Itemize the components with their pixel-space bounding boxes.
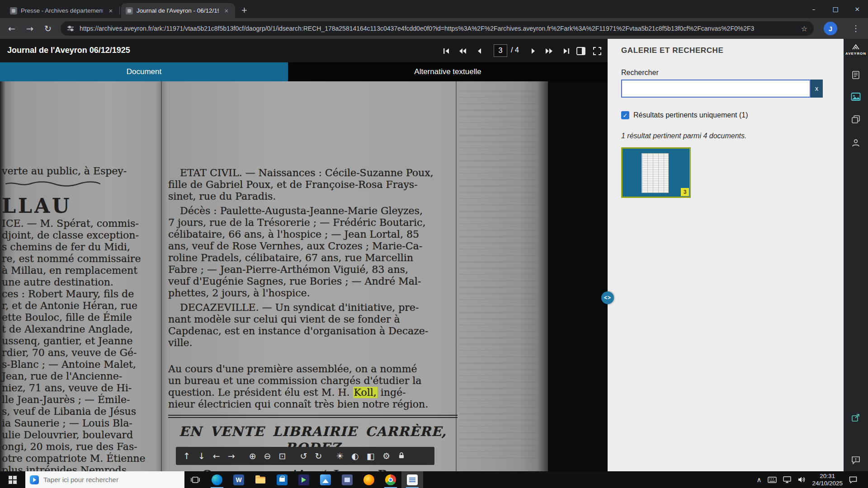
share-icon <box>851 413 860 422</box>
sidebar-gallery-button[interactable] <box>850 91 861 102</box>
edge-icon <box>212 474 222 485</box>
task-view-icon <box>191 475 200 484</box>
contrast-icon[interactable]: ◐ <box>351 447 359 465</box>
zoom-out-icon[interactable]: ⊖ <box>264 447 271 465</box>
site-sidebar: AVEYRON <box>844 39 868 471</box>
tray-chevron-icon[interactable]: ∧ <box>756 476 761 484</box>
last-page-icon <box>563 47 570 55</box>
new-tab-button[interactable]: + <box>241 4 247 17</box>
pan-up-icon[interactable]: ↑ <box>183 447 190 465</box>
tab-alternative-label: Alternative textuelle <box>414 67 481 76</box>
search-input[interactable] <box>621 80 811 98</box>
side-panel-toggle-button[interactable] <box>575 45 587 57</box>
window-minimize-button[interactable]: – <box>803 0 825 18</box>
tab-document-label: Document <box>127 67 161 76</box>
browser-menu-icon[interactable]: ⋮ <box>852 23 860 33</box>
taskbar-search-input[interactable] <box>43 476 161 483</box>
result-summary: 1 résultat pertinent parmi 4 documents. <box>621 132 746 140</box>
browser-tab-presse[interactable]: Presse - Archives départementa × <box>5 3 119 18</box>
taskbar-edge-button[interactable] <box>206 471 228 488</box>
relevant-checkbox[interactable]: ✓ <box>621 111 629 119</box>
browser-toolbar: ← → ↻ https://archives.aveyron.fr/ark:/1… <box>0 18 868 39</box>
network-icon[interactable] <box>783 476 791 483</box>
fast-backward-button[interactable] <box>458 46 467 56</box>
zoom-in-icon[interactable]: ⊕ <box>249 447 256 465</box>
touch-keyboard-icon[interactable] <box>768 477 777 483</box>
fast-forward-button[interactable] <box>544 46 554 56</box>
panel-title: GALERIE ET RECHERCHE <box>621 46 723 55</box>
search-hit-highlight: Koll, <box>353 387 377 398</box>
start-button[interactable] <box>0 471 25 488</box>
taskbar-chrome-button[interactable] <box>380 471 401 488</box>
back-icon[interactable]: ← <box>8 23 15 33</box>
fullscreen-button[interactable] <box>591 45 603 57</box>
previous-page-button[interactable] <box>475 46 485 56</box>
taskbar-search-box[interactable] <box>25 471 184 488</box>
viewer-title: Journal de l'Aveyron 06/12/1925 <box>7 46 130 55</box>
profile-avatar[interactable]: J <box>824 22 837 35</box>
paper-paragraph-etat-civil: ETAT CIVIL. — Naissances : Cécile-Suzann… <box>168 167 458 202</box>
pan-down-icon[interactable]: ↓ <box>198 447 205 465</box>
notifications-icon[interactable] <box>849 476 857 483</box>
tab-document[interactable]: Document <box>0 62 288 81</box>
aveyron-logo: AVEYRON <box>844 43 868 56</box>
window-maximize-button[interactable]: □ <box>825 0 846 18</box>
taskbar-photos-button[interactable] <box>315 471 336 488</box>
tune-icon[interactable] <box>67 25 74 32</box>
taskbar-firefox-button[interactable] <box>358 471 380 488</box>
settings-icon[interactable]: ⚙ <box>382 447 390 465</box>
reload-icon[interactable]: ↻ <box>44 23 52 33</box>
pan-right-icon[interactable]: → <box>228 447 235 465</box>
taskbar-media-button[interactable] <box>293 471 315 488</box>
taskbar-generic-app-button[interactable] <box>336 471 358 488</box>
taskbar-clock[interactable]: 20:31 24/10/2025 <box>812 473 843 487</box>
aveyron-logo-icon <box>852 44 859 50</box>
taskbar-store-button[interactable] <box>271 471 293 488</box>
panel-resize-handle[interactable]: <> <box>601 291 614 304</box>
paper-paragraph: ICE. — M. Spérat, commis- djoint, de cla… <box>2 218 158 288</box>
last-page-button[interactable] <box>561 46 571 56</box>
taskbar-word-button[interactable]: W <box>228 471 250 488</box>
paper-heading-llau: LLAU <box>2 194 158 218</box>
newspaper-scan[interactable]: verte au public, à Espey- LLAU ICE. — M.… <box>0 81 548 471</box>
tab-close-icon[interactable]: × <box>222 7 231 15</box>
brightness-icon[interactable]: ☀ <box>336 447 344 465</box>
word-icon: W <box>233 474 244 485</box>
bookmark-star-icon[interactable]: ☆ <box>801 24 807 33</box>
relevant-checkbox-label: Résultats pertinents uniquement (1) <box>633 111 748 119</box>
first-page-button[interactable] <box>441 46 451 56</box>
photos-icon <box>320 474 331 485</box>
rotate-left-icon[interactable]: ↺ <box>300 447 307 465</box>
window-close-button[interactable]: × <box>846 0 868 18</box>
address-bar[interactable]: https://archives.aveyron.fr/ark:/11971/v… <box>61 21 814 36</box>
page-number-input[interactable]: 3 <box>494 44 507 57</box>
fullscreen-icon <box>593 47 601 55</box>
document-thumbnail[interactable]: 3 <box>621 147 691 198</box>
rotate-right-icon[interactable]: ↻ <box>315 447 322 465</box>
volume-icon[interactable] <box>797 476 806 483</box>
sidebar-feedback-button[interactable] <box>850 455 861 465</box>
sidebar-share-button[interactable] <box>850 412 861 423</box>
sidebar-document-button[interactable] <box>850 70 861 80</box>
tab-favicon <box>126 7 133 14</box>
system-tray: ∧ 20:31 24/10/2025 <box>756 471 868 488</box>
forward-icon[interactable]: → <box>26 23 33 33</box>
sidebar-layers-button[interactable] <box>850 114 861 125</box>
taskbar-document-app-button[interactable] <box>401 471 423 488</box>
taskbar-file-explorer-button[interactable] <box>250 471 271 488</box>
zoom-selection-icon[interactable]: ⊡ <box>279 447 286 465</box>
invert-icon[interactable]: ◧ <box>367 447 375 465</box>
next-page-button[interactable] <box>528 46 538 56</box>
browser-tab-journal[interactable]: Journal de l'Aveyron - 06/12/19 × <box>121 3 235 18</box>
first-page-icon <box>443 47 450 55</box>
pan-left-icon[interactable]: ← <box>213 447 220 465</box>
lock-icon[interactable] <box>398 447 405 465</box>
tab-favicon <box>10 7 17 14</box>
tab-alternative-textuelle[interactable]: Alternative textuelle <box>288 62 608 81</box>
aveyron-logo-text: AVEYRON <box>844 52 868 56</box>
tab-close-icon[interactable]: × <box>107 7 115 15</box>
clear-search-button[interactable]: x <box>811 80 823 98</box>
task-view-button[interactable] <box>184 471 206 488</box>
generic-app-icon <box>342 474 353 485</box>
sidebar-account-button[interactable] <box>850 137 861 148</box>
